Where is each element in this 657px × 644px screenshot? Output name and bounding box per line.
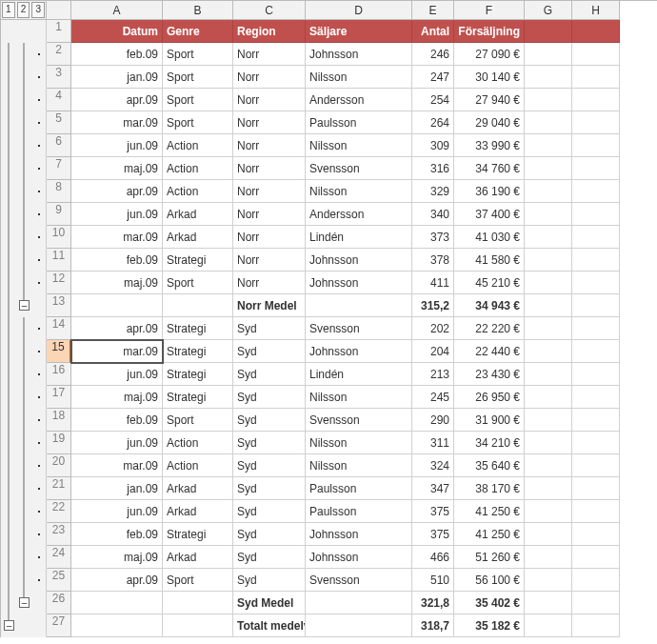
row-header-12[interactable]: 12: [47, 272, 71, 294]
cell-E4[interactable]: 254: [412, 89, 454, 111]
cell-C20[interactable]: Syd: [233, 454, 306, 477]
cell-E3[interactable]: 247: [412, 66, 454, 89]
row-header-23[interactable]: 23: [47, 523, 71, 546]
cell-C19[interactable]: Syd: [233, 432, 306, 454]
cell-G8[interactable]: [525, 180, 572, 203]
cell-G1[interactable]: [525, 20, 572, 43]
cell-E25[interactable]: 510: [412, 569, 454, 592]
cell-E2[interactable]: 246: [412, 43, 454, 66]
cell-D3[interactable]: Nilsson: [306, 66, 412, 89]
cell-E14[interactable]: 202: [412, 317, 454, 340]
cell-F11[interactable]: 41 580 €: [454, 249, 525, 272]
row-header-21[interactable]: 21: [47, 477, 71, 500]
col-header-D[interactable]: D: [306, 1, 412, 20]
cell-C17[interactable]: Syd: [233, 386, 306, 409]
col-header-A[interactable]: A: [71, 1, 163, 20]
row-header-22[interactable]: 22: [47, 500, 71, 523]
cell-C14[interactable]: Syd: [233, 317, 306, 340]
cell-A1[interactable]: Datum: [71, 20, 163, 43]
cell-F16[interactable]: 23 430 €: [454, 363, 525, 386]
cell-D10[interactable]: Lindén: [306, 226, 412, 249]
cell-H13[interactable]: [572, 294, 620, 317]
cell-G14[interactable]: [525, 317, 572, 340]
cell-B16[interactable]: Strategi: [163, 363, 233, 386]
cell-A25[interactable]: apr.09: [71, 569, 163, 592]
cell-H22[interactable]: [572, 500, 620, 523]
cell-B22[interactable]: Arkad: [163, 500, 233, 523]
cell-F24[interactable]: 51 260 €: [454, 546, 525, 569]
cell-A23[interactable]: feb.09: [71, 523, 163, 546]
cell-B25[interactable]: Sport: [163, 569, 233, 592]
cell-H25[interactable]: [572, 569, 620, 592]
cell-B17[interactable]: Strategi: [163, 386, 233, 409]
cell-H24[interactable]: [572, 546, 620, 569]
cell-C8[interactable]: Norr: [233, 180, 306, 203]
cell-F17[interactable]: 26 950 €: [454, 386, 525, 409]
cell-A24[interactable]: maj.09: [71, 546, 163, 569]
row-header-20[interactable]: 20: [47, 454, 71, 477]
cell-G5[interactable]: [525, 111, 572, 134]
cell-A17[interactable]: maj.09: [71, 386, 163, 409]
cell-A22[interactable]: jun.09: [71, 500, 163, 523]
cell-F26[interactable]: 35 402 €: [454, 592, 525, 614]
row-header-25[interactable]: 25: [47, 569, 71, 592]
cell-E10[interactable]: 373: [412, 226, 454, 249]
cell-G13[interactable]: [525, 294, 572, 317]
cell-F22[interactable]: 41 250 €: [454, 500, 525, 523]
cell-H7[interactable]: [572, 157, 620, 180]
cell-C10[interactable]: Norr: [233, 226, 306, 249]
cell-H19[interactable]: [572, 432, 620, 454]
cell-F3[interactable]: 30 140 €: [454, 66, 525, 89]
cell-H8[interactable]: [572, 180, 620, 203]
row-header-3[interactable]: 3: [47, 66, 71, 89]
row-header-9[interactable]: 9: [47, 203, 71, 226]
cell-G2[interactable]: [525, 43, 572, 66]
cell-B14[interactable]: Strategi: [163, 317, 233, 340]
cell-H23[interactable]: [572, 523, 620, 546]
cell-F23[interactable]: 41 250 €: [454, 523, 525, 546]
cell-A5[interactable]: mar.09: [71, 111, 163, 134]
cell-D19[interactable]: Nilsson: [306, 432, 412, 454]
cell-H4[interactable]: [572, 89, 620, 111]
cell-G24[interactable]: [525, 546, 572, 569]
cell-C21[interactable]: Syd: [233, 477, 306, 500]
cell-E23[interactable]: 375: [412, 523, 454, 546]
cell-A10[interactable]: mar.09: [71, 226, 163, 249]
cell-G18[interactable]: [525, 409, 572, 432]
cell-D18[interactable]: Svensson: [306, 409, 412, 432]
col-header-H[interactable]: H: [572, 1, 620, 20]
col-header-B[interactable]: B: [163, 1, 233, 20]
cell-G25[interactable]: [525, 569, 572, 592]
row-header-7[interactable]: 7: [47, 157, 71, 180]
cell-F27[interactable]: 35 182 €: [454, 614, 525, 637]
cell-E11[interactable]: 378: [412, 249, 454, 272]
cell-D16[interactable]: Lindén: [306, 363, 412, 386]
cell-G10[interactable]: [525, 226, 572, 249]
cell-F15[interactable]: 22 440 €: [454, 340, 525, 363]
cell-H10[interactable]: [572, 226, 620, 249]
cell-B24[interactable]: Arkad: [163, 546, 233, 569]
cell-A7[interactable]: maj.09: [71, 157, 163, 180]
cell-D6[interactable]: Nilsson: [306, 134, 412, 157]
cell-E16[interactable]: 213: [412, 363, 454, 386]
cell-E27[interactable]: 318,7: [412, 614, 454, 637]
cell-B5[interactable]: Sport: [163, 111, 233, 134]
cell-F5[interactable]: 29 040 €: [454, 111, 525, 134]
cell-D22[interactable]: Paulsson: [306, 500, 412, 523]
cell-G16[interactable]: [525, 363, 572, 386]
cell-E6[interactable]: 309: [412, 134, 454, 157]
cell-E13[interactable]: 315,2: [412, 294, 454, 317]
cell-B4[interactable]: Sport: [163, 89, 233, 111]
cell-D7[interactable]: Svensson: [306, 157, 412, 180]
cell-F8[interactable]: 36 190 €: [454, 180, 525, 203]
cell-E15[interactable]: 204: [412, 340, 454, 363]
cell-E24[interactable]: 466: [412, 546, 454, 569]
cell-C4[interactable]: Norr: [233, 89, 306, 111]
row-header-14[interactable]: 14: [47, 317, 71, 340]
row-header-18[interactable]: 18: [47, 409, 71, 432]
cell-D24[interactable]: Johnsson: [306, 546, 412, 569]
cell-C3[interactable]: Norr: [233, 66, 306, 89]
cell-C25[interactable]: Syd: [233, 569, 306, 592]
cell-A19[interactable]: jun.09: [71, 432, 163, 454]
cell-A6[interactable]: jun.09: [71, 134, 163, 157]
